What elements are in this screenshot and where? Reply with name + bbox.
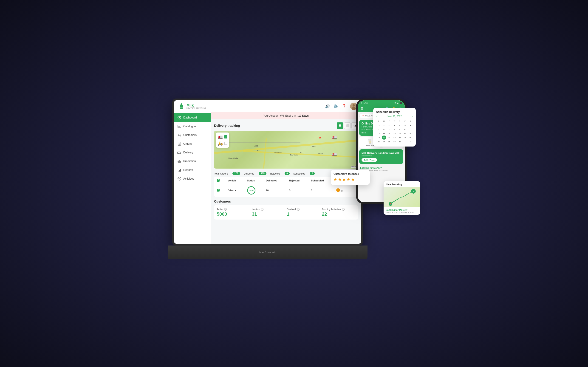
feedback-title: Customer's feedback: [333, 173, 367, 175]
promo-price-label: Special Price: [362, 155, 401, 157]
cal-day-25[interactable]: 25: [408, 135, 413, 140]
delivery-tracking-header: Delivery tracking ☰ ⬜ ◑: [214, 122, 358, 129]
sidebar-item-customers[interactable]: Customers: [174, 131, 211, 139]
sidebar: Dashboard Catalogue: [174, 112, 211, 244]
svg-point-3: [181, 103, 182, 104]
expiry-banner: Your Account Will Expire in : 10 Days: [211, 112, 361, 119]
sidebar-item-catalogue[interactable]: Catalogue: [174, 122, 211, 131]
logo-brand: Milk: [187, 104, 206, 107]
cal-header-s2: S: [408, 119, 413, 123]
get-in-touch-button[interactable]: Get In Touch: [362, 158, 377, 162]
calendar-grid: S M T W T F S 29 30 31 1 2 3 4 5 6: [376, 119, 413, 144]
svg-rect-2: [180, 107, 183, 108]
vehicle-checkbox-1[interactable]: ✓: [224, 135, 227, 139]
cal-day-1[interactable]: 1: [392, 123, 397, 127]
dot-3: [365, 132, 366, 133]
cal-day-30-prev[interactable]: 30: [382, 123, 386, 127]
cal-day-30[interactable]: 30: [398, 140, 402, 144]
cal-week-2: 5 6 7 8 9 10 11: [376, 127, 413, 131]
sidebar-item-dashboard[interactable]: Dashboard: [174, 113, 211, 122]
active-info-icon[interactable]: ⓘ: [224, 208, 227, 211]
cal-day-10[interactable]: 10: [403, 127, 407, 131]
cal-day-14[interactable]: 14: [387, 131, 392, 135]
list-view-btn[interactable]: ☰: [337, 122, 343, 129]
pending-info-icon[interactable]: ⓘ: [342, 208, 345, 211]
reports-icon: [177, 168, 182, 172]
cal-day-21[interactable]: 21: [387, 135, 392, 140]
cal-header-m: M: [382, 119, 386, 123]
schedule-card-title: Schedule Delivery: [376, 110, 413, 114]
promotion-icon: [177, 159, 182, 163]
cal-day-3[interactable]: 3: [403, 123, 407, 127]
cal-day-18[interactable]: 18: [408, 131, 413, 135]
sound-icon[interactable]: 🔊: [325, 104, 330, 108]
live-tracking-title: Live Tracking: [384, 181, 420, 187]
vehicle-checkbox-2[interactable]: [224, 142, 227, 145]
cal-day-13[interactable]: 13: [382, 131, 386, 135]
milk-emoji: 🥛: [367, 139, 373, 144]
cal-day-26[interactable]: 26: [376, 140, 381, 144]
sidebar-item-delivery[interactable]: Delivery: [174, 148, 211, 157]
cal-day-17[interactable]: 17: [403, 131, 407, 135]
menu-icon[interactable]: ☰: [361, 107, 364, 110]
cal-day-27[interactable]: 27: [382, 140, 386, 144]
dot-2: [363, 132, 364, 133]
cal-day-2-next[interactable]: 2: [408, 140, 413, 144]
row-delivered: 90: [264, 184, 286, 196]
star-2: ★: [338, 177, 341, 182]
cal-day-15[interactable]: 15: [392, 131, 397, 135]
customers-icon: [177, 133, 182, 137]
svg-point-10: [180, 134, 181, 135]
table-col-delivered: Delivered: [264, 177, 286, 184]
cal-day-2[interactable]: 2: [398, 123, 402, 127]
cal-day-7[interactable]: 7: [387, 127, 392, 131]
sidebar-item-promotion[interactable]: Promotion: [174, 157, 211, 166]
scheduled-label: Scheduled: [293, 172, 305, 175]
cal-day-29[interactable]: 29: [392, 140, 397, 144]
cal-day-6[interactable]: 6: [382, 127, 386, 131]
cal-week-5: 26 27 28 29 30 1 2: [376, 140, 413, 144]
cal-day-20-today[interactable]: 20: [382, 135, 386, 140]
settings-icon[interactable]: ⚙️: [333, 104, 338, 108]
live-tracking-looking-more: Looking for More??: [386, 209, 418, 211]
cal-day-23[interactable]: 23: [398, 135, 402, 140]
cal-day-16[interactable]: 16: [398, 131, 402, 135]
star-rating: ★ ★ ★ ★ ★: [333, 177, 367, 182]
svg-point-9: [179, 134, 180, 135]
cal-day-29-prev[interactable]: 29: [376, 123, 381, 127]
sidebar-item-activities[interactable]: Activities: [174, 174, 211, 183]
phone-indicators: ≋ ▲ ⬛: [394, 102, 402, 104]
inactive-value: 31: [252, 211, 285, 217]
cal-day-4[interactable]: 4: [408, 123, 413, 127]
sidebar-item-reports[interactable]: Reports: [174, 166, 211, 174]
cal-day-19[interactable]: 19: [376, 135, 381, 140]
map-overlay-card: 🚛 ✓ 🛵: [216, 133, 229, 148]
cal-day-5[interactable]: 5: [376, 127, 381, 131]
help-icon[interactable]: ❓: [342, 104, 346, 108]
catalogue-icon: [177, 124, 182, 128]
cal-day-12[interactable]: 12: [376, 131, 381, 135]
select-all-checkbox[interactable]: [217, 179, 220, 182]
cal-day-24[interactable]: 24: [403, 135, 407, 140]
cal-day-22[interactable]: 22: [392, 135, 397, 140]
cal-day-9[interactable]: 9: [398, 127, 402, 131]
next-month-btn[interactable]: ›: [412, 115, 413, 117]
cal-day-8[interactable]: 8: [392, 127, 397, 131]
inactive-info-icon[interactable]: ⓘ: [261, 208, 264, 211]
cal-day-31-prev[interactable]: 31: [387, 123, 392, 127]
cal-day-1-next[interactable]: 1: [403, 140, 407, 144]
cal-day-11[interactable]: 11: [408, 127, 413, 131]
cal-week-1: 29 30 31 1 2 3 4: [376, 123, 413, 127]
sidebar-label-orders: Orders: [183, 142, 192, 145]
prev-month-btn[interactable]: ‹: [376, 115, 377, 117]
row-checkbox[interactable]: [217, 189, 220, 192]
svg-rect-12: [178, 152, 180, 154]
grid-view-btn[interactable]: ⬜: [344, 122, 350, 129]
cal-header-t2: T: [398, 119, 402, 123]
disabled-info-icon[interactable]: ⓘ: [297, 208, 299, 211]
topbar-right: 🔊 ⚙️ ❓: [325, 103, 357, 110]
cal-day-28[interactable]: 28: [387, 140, 392, 144]
sidebar-item-orders[interactable]: Orders: [174, 139, 211, 148]
stat-disabled: Disabled ⓘ 1: [287, 208, 320, 217]
tracking-path-svg: 📍 ↗: [384, 187, 420, 207]
